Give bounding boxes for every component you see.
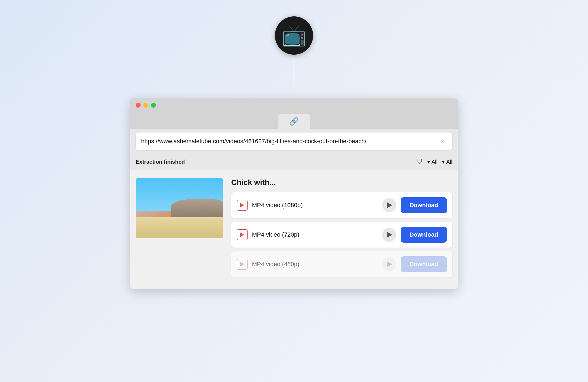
preview-play-icon-720p [387, 232, 392, 237]
maximize-button[interactable] [151, 103, 156, 108]
title-bar [130, 98, 458, 112]
minimize-button[interactable] [143, 103, 148, 108]
url-bar: https://www.ashemaletube.com/videos/4616… [136, 133, 452, 150]
connector-line [294, 55, 294, 87]
filter-dropdown-2[interactable]: ▾ All [442, 158, 452, 165]
preview-button-720p[interactable] [382, 228, 396, 242]
app-icon-container: 📺 [275, 16, 313, 87]
preview-play-icon-1080p [387, 202, 392, 208]
preview-button-1080p[interactable] [382, 198, 396, 212]
download-option-1080p: MP4 video (1080p) Download [231, 192, 452, 218]
filter-all-2-arrow: ▾ [442, 158, 445, 165]
clear-url-button[interactable]: × [438, 137, 447, 146]
browser-window: 🔗 https://www.ashemaletube.com/videos/46… [130, 98, 458, 289]
format-label-720p: MP4 video (720p) [252, 231, 378, 238]
download-button-1080p[interactable]: Download [401, 197, 447, 213]
thumbnail-image [136, 178, 223, 238]
tv-icon: 📺 [282, 26, 306, 45]
video-thumbnail [136, 178, 223, 238]
download-button-720p[interactable]: Download [401, 227, 447, 243]
download-option-720p: MP4 video (720p) Download [231, 222, 452, 248]
video-title: Chick with... [231, 178, 452, 187]
filter-section: ⛉ ▾ All ▾ All [417, 158, 452, 165]
beach-sand [136, 217, 223, 238]
download-button-480p[interactable]: Download [401, 256, 447, 272]
filter-icon[interactable]: ⛉ [417, 158, 423, 165]
format-icon-1080p [237, 200, 248, 211]
filter-all-1-value: All [432, 159, 438, 165]
filter-all-2-value: All [446, 159, 452, 165]
format-label-1080p: MP4 video (1080p) [252, 202, 378, 209]
filter-dropdown-1[interactable]: ▾ All [427, 158, 438, 165]
app-icon: 📺 [275, 16, 313, 55]
url-input[interactable]: https://www.ashemaletube.com/videos/4616… [141, 138, 438, 145]
content-section: Chick with... MP4 video (1080p) Download [130, 170, 458, 289]
status-bar: Extraction finished ⛉ ▾ All ▾ All [130, 154, 458, 170]
video-row: Chick with... MP4 video (1080p) Download [136, 178, 452, 281]
format-icon-720p [237, 229, 248, 240]
close-button[interactable] [136, 103, 141, 108]
preview-play-icon-480p [387, 261, 392, 267]
video-info: Chick with... MP4 video (1080p) Download [231, 178, 452, 281]
play-triangle-480p [240, 262, 244, 266]
chain-icon: 🔗 [289, 117, 299, 126]
extraction-status: Extraction finished [136, 159, 185, 165]
download-option-480p: MP4 video (480p) Download [231, 251, 452, 277]
tab-bar: 🔗 [130, 112, 458, 129]
format-label-480p: MP4 video (480p) [252, 261, 378, 268]
url-bar-section: https://www.ashemaletube.com/videos/4616… [130, 129, 458, 154]
play-triangle-1080p [240, 203, 244, 207]
traffic-lights [136, 103, 156, 108]
preview-button-480p[interactable] [382, 257, 396, 271]
active-tab[interactable]: 🔗 [278, 114, 310, 129]
filter-all-1-label: ▾ [427, 158, 430, 165]
format-icon-480p [237, 259, 248, 270]
play-triangle-720p [240, 233, 244, 237]
